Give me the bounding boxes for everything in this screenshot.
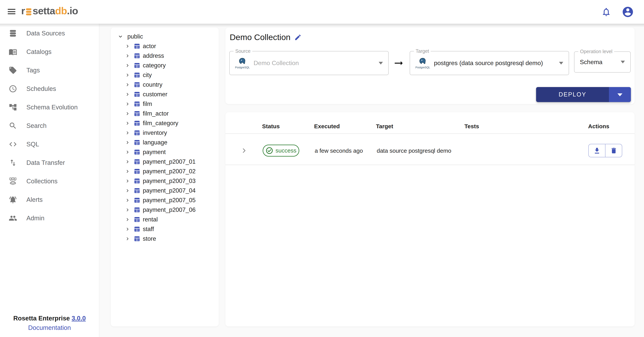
chevron-right-icon[interactable] — [125, 227, 130, 232]
tree-item-table[interactable]: category — [111, 61, 219, 70]
table-name: payment_p2007_03 — [143, 178, 196, 184]
sidebar-item-tags[interactable]: Tags — [0, 61, 99, 79]
tree-item-table[interactable]: customer — [111, 89, 219, 99]
table-icon — [134, 120, 140, 126]
tree-item-table[interactable]: payment_p2007_02 — [111, 167, 219, 176]
row-actions — [588, 144, 622, 157]
user-avatar[interactable] — [622, 6, 634, 18]
collection-panel: Demo Collection Source PostgreSQL Demo C… — [226, 27, 634, 104]
tree-item-table[interactable]: payment_p2007_06 — [111, 205, 219, 215]
chevron-right-icon[interactable] — [125, 207, 130, 213]
table-name: actor — [143, 43, 156, 50]
chevron-down-icon[interactable] — [118, 34, 123, 39]
chevron-right-icon[interactable] — [125, 130, 130, 136]
notifications-bell-icon[interactable] — [601, 7, 611, 17]
tree-item-table[interactable]: payment — [111, 147, 219, 157]
sidebar-item-admin[interactable]: Admin — [0, 209, 99, 227]
tree-table-list: actor — [111, 41, 219, 244]
chevron-right-icon[interactable] — [125, 140, 130, 145]
postgresql-logo: PostgreSQL — [414, 57, 432, 69]
schema-name: public — [127, 33, 143, 40]
database-icon — [8, 29, 17, 38]
chevron-right-icon[interactable] — [125, 63, 130, 68]
chevron-right-icon[interactable] — [125, 236, 130, 242]
app-logo[interactable]: r setta db .io — [21, 5, 78, 18]
tree-item-table[interactable]: staff — [111, 224, 219, 234]
sidebar-item-collections[interactable]: Collections — [0, 172, 99, 190]
tree-item-table[interactable]: language — [111, 138, 219, 147]
tree-item-schema[interactable]: public — [111, 32, 219, 41]
sidebar-item-schema-evolution[interactable]: Schema Evolution — [0, 98, 99, 116]
sidebar-item-catalogs[interactable]: Catalogs — [0, 42, 99, 61]
sidebar-item-schedules[interactable]: Schedules — [0, 79, 99, 98]
source-value: Demo Collection — [254, 59, 299, 67]
deploy-button[interactable]: DEPLOY — [536, 87, 609, 102]
chevron-right-icon[interactable] — [125, 111, 130, 116]
chevron-down-icon — [559, 62, 563, 64]
table-name: payment_p2007_01 — [143, 158, 196, 165]
deploy-dropdown-button[interactable] — [609, 87, 631, 102]
table-icon — [134, 72, 140, 78]
target-select[interactable]: Target PostgreSQL postgres (data source … — [410, 51, 569, 75]
tree-item-table[interactable]: city — [111, 70, 219, 80]
chevron-right-icon[interactable] — [125, 53, 130, 58]
delete-button[interactable] — [605, 144, 622, 157]
tree-item-table[interactable]: film_actor — [111, 109, 219, 118]
tree-item-table[interactable]: store — [111, 234, 219, 244]
chevron-right-icon[interactable] — [125, 217, 130, 222]
tree-item-table[interactable]: payment_p2007_01 — [111, 157, 219, 167]
tree-item-table[interactable]: payment_p2007_04 — [111, 186, 219, 195]
collections-icon — [8, 177, 17, 186]
documentation-link[interactable]: Documentation — [0, 323, 99, 332]
tree-item-table[interactable]: address — [111, 51, 219, 61]
operation-level-select[interactable]: Operation level Schema — [574, 51, 631, 73]
sidebar-item-alerts[interactable]: Alerts — [0, 190, 99, 209]
chevron-right-icon[interactable] — [125, 178, 130, 184]
chevron-right-icon[interactable] — [125, 101, 130, 107]
table-icon — [134, 91, 140, 98]
sidebar-item-data-transfer[interactable]: Data Transfer — [0, 153, 99, 172]
edit-pencil-icon[interactable] — [294, 34, 302, 41]
chevron-right-icon[interactable] — [125, 82, 130, 87]
table-name: payment_p2007_02 — [143, 168, 196, 175]
tree-item-table[interactable]: payment_p2007_03 — [111, 176, 219, 186]
tree-item-table[interactable]: film — [111, 99, 219, 109]
sidebar-item-data-sources[interactable]: Data Sources — [0, 24, 99, 42]
table-name: address — [143, 52, 164, 59]
table-icon — [134, 130, 140, 136]
menu-icon[interactable] — [8, 7, 16, 16]
sidebar: Data Sources Catalogs Tags — [0, 24, 99, 337]
chevron-right-icon[interactable] — [125, 188, 130, 193]
schema-tree-panel: public — [111, 27, 219, 327]
sidebar-item-search[interactable]: Search — [0, 116, 99, 135]
people-icon — [8, 214, 17, 223]
expand-row-chevron-icon[interactable] — [240, 147, 248, 155]
table-name: city — [143, 72, 152, 79]
table-icon — [134, 158, 140, 165]
table-name: language — [143, 139, 168, 146]
version-link[interactable]: 3.0.0 — [72, 315, 86, 322]
tree-item-table[interactable]: payment_p2007_05 — [111, 195, 219, 205]
chevron-right-icon[interactable] — [125, 149, 130, 155]
bell-ring-icon — [8, 195, 17, 204]
download-button[interactable] — [589, 144, 605, 157]
chevron-right-icon[interactable] — [125, 159, 130, 164]
chevron-right-icon[interactable] — [125, 121, 130, 126]
sidebar-item-sql[interactable]: SQL — [0, 135, 99, 153]
table-divider — [226, 133, 634, 134]
chevron-right-icon[interactable] — [125, 198, 130, 203]
logo-text-suffix: .io — [67, 5, 78, 16]
tree-item-table[interactable]: film_category — [111, 118, 219, 128]
chevron-right-icon[interactable] — [125, 92, 130, 97]
column-header-status: Status — [262, 123, 280, 130]
tree-item-table[interactable]: country — [111, 80, 219, 89]
book-icon — [8, 47, 17, 56]
tree-item-table[interactable]: actor — [111, 41, 219, 51]
tree-item-table[interactable]: rental — [111, 215, 219, 224]
chevron-right-icon[interactable] — [125, 169, 130, 174]
source-select[interactable]: Source PostgreSQL Demo Collection — [229, 51, 389, 75]
chevron-down-icon — [379, 62, 383, 64]
chevron-right-icon[interactable] — [125, 43, 130, 49]
chevron-right-icon[interactable] — [125, 72, 130, 78]
tree-item-table[interactable]: inventory — [111, 128, 219, 138]
